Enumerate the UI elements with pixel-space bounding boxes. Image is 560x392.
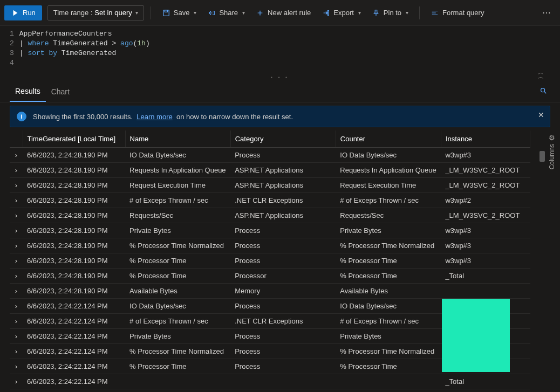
learn-more-link[interactable]: Learn more xyxy=(136,113,172,121)
cell-category: Memory xyxy=(230,284,336,299)
table-row[interactable]: ›6/6/2023, 2:24:28.190 PM% Processor Tim… xyxy=(10,253,530,269)
save-button[interactable]: Save ▾ xyxy=(158,5,201,20)
save-label: Save xyxy=(174,9,190,17)
expand-row-icon[interactable]: › xyxy=(10,208,23,223)
expand-row-icon[interactable]: › xyxy=(10,193,23,208)
col-header-category[interactable]: Category xyxy=(230,130,336,148)
time-range-value: Set in query xyxy=(94,9,132,17)
cell-name: Private Bytes xyxy=(125,223,230,238)
run-button[interactable]: Run xyxy=(4,5,42,20)
share-button[interactable]: Share ▾ xyxy=(203,5,249,20)
info-icon: i xyxy=(17,112,26,121)
cell-instance: _LM_W3SVC_2_ROOT xyxy=(441,163,530,178)
search-icon[interactable] xyxy=(539,87,547,96)
cell-category: ASP.NET Applications xyxy=(230,178,336,193)
editor-code[interactable]: AppPerformanceCounters | where TimeGener… xyxy=(19,29,150,68)
collapse-up-icon[interactable]: ︿︿ xyxy=(538,70,544,79)
cell-time: 6/6/2023, 2:24:28.190 PM xyxy=(23,284,125,299)
cell-instance: _Total xyxy=(441,374,530,389)
table-row[interactable]: ›6/6/2023, 2:24:28.190 PMRequests/SecASP… xyxy=(10,208,530,223)
table-row[interactable]: ›6/6/2023, 2:24:22.124 PM_Total xyxy=(10,374,530,389)
cell-instance xyxy=(441,284,530,299)
masked-region xyxy=(442,299,510,372)
header-row: TimeGenerated [Local Time] Name Category… xyxy=(10,130,530,148)
table-row[interactable]: ›6/6/2023, 2:24:28.190 PM% Processor Tim… xyxy=(10,238,530,253)
toolbar: Run Time range : Set in query ▾ Save ▾ S… xyxy=(0,0,560,26)
expand-row-icon[interactable]: › xyxy=(10,178,23,193)
gear-icon: ⚙ xyxy=(549,134,555,142)
chevron-down-icon: ▾ xyxy=(135,10,138,16)
cell-category: Process xyxy=(230,344,336,359)
close-icon[interactable]: ✕ xyxy=(538,111,544,119)
expand-row-icon[interactable]: › xyxy=(10,299,23,314)
cell-category: Process xyxy=(230,299,336,314)
save-icon xyxy=(162,9,170,17)
svg-marker-0 xyxy=(13,10,18,16)
table-row[interactable]: ›6/6/2023, 2:24:28.190 PM% Processor Tim… xyxy=(10,269,530,284)
more-button[interactable]: ⋯ xyxy=(538,5,556,20)
pin-to-button[interactable]: Pin to ▾ xyxy=(367,5,413,20)
expand-row-icon[interactable]: › xyxy=(10,269,23,284)
cell-counter: IO Data Bytes/sec xyxy=(336,148,441,163)
query-editor[interactable]: 1 2 3 4 AppPerformanceCounters | where T… xyxy=(0,26,560,74)
vertical-scrollbar[interactable] xyxy=(539,150,545,382)
table-row[interactable]: ›6/6/2023, 2:24:28.190 PMIO Data Bytes/s… xyxy=(10,148,530,163)
cell-time: 6/6/2023, 2:24:28.190 PM xyxy=(23,208,125,223)
cell-time: 6/6/2023, 2:24:28.190 PM xyxy=(23,193,125,208)
table-row[interactable]: ›6/6/2023, 2:24:28.190 PMAvailable Bytes… xyxy=(10,284,530,299)
cell-instance: w3wp#3 xyxy=(441,148,530,163)
cell-counter xyxy=(336,374,441,389)
cell-time: 6/6/2023, 2:24:22.124 PM xyxy=(23,344,125,359)
expand-row-icon[interactable]: › xyxy=(10,374,23,389)
line-number: 4 xyxy=(10,58,14,68)
cell-counter: % Processor Time xyxy=(336,269,441,284)
expand-row-icon[interactable]: › xyxy=(10,314,23,329)
cell-category: .NET CLR Exceptions xyxy=(230,193,336,208)
columns-panel-toggle[interactable]: ⚙ Columns xyxy=(546,134,558,169)
cell-counter: % Processor Time xyxy=(336,253,441,269)
expand-row-icon[interactable]: › xyxy=(10,253,23,269)
expand-row-icon[interactable]: › xyxy=(10,238,23,253)
line-number: 3 xyxy=(10,49,14,58)
format-query-button[interactable]: Format query xyxy=(426,5,488,20)
pin-icon xyxy=(372,9,380,17)
table-row[interactable]: ›6/6/2023, 2:24:28.190 PMPrivate BytesPr… xyxy=(10,223,530,238)
cell-name: % Processor Time Normalized xyxy=(125,238,230,253)
expand-row-icon[interactable]: › xyxy=(10,344,23,359)
plus-icon xyxy=(256,9,264,17)
cell-category: ASP.NET Applications xyxy=(230,208,336,223)
splitter[interactable]: ︿︿ xyxy=(0,74,560,81)
col-header-counter[interactable]: Counter xyxy=(336,130,441,148)
results-tabs: Results Chart xyxy=(0,81,560,102)
cell-counter: Private Bytes xyxy=(336,223,441,238)
expand-row-icon[interactable]: › xyxy=(10,223,23,238)
expand-row-icon[interactable]: › xyxy=(10,148,23,163)
cell-counter: Available Bytes xyxy=(336,284,441,299)
export-button[interactable]: Export ▾ xyxy=(317,5,365,20)
cell-time: 6/6/2023, 2:24:22.124 PM xyxy=(23,299,125,314)
cell-instance: _Total xyxy=(441,269,530,284)
expand-row-icon[interactable]: › xyxy=(10,284,23,299)
expand-row-icon[interactable]: › xyxy=(10,359,23,374)
cell-time: 6/6/2023, 2:24:28.190 PM xyxy=(23,223,125,238)
col-header-name[interactable]: Name xyxy=(125,130,230,148)
table-row[interactable]: ›6/6/2023, 2:24:28.190 PMRequests In App… xyxy=(10,163,530,178)
time-range-button[interactable]: Time range : Set in query ▾ xyxy=(47,5,144,20)
cell-time: 6/6/2023, 2:24:22.124 PM xyxy=(23,314,125,329)
cell-category: ASP.NET Applications xyxy=(230,163,336,178)
col-header-instance[interactable]: Instance xyxy=(441,130,530,148)
cell-name: IO Data Bytes/sec xyxy=(125,148,230,163)
expand-row-icon[interactable]: › xyxy=(10,329,23,344)
table-row[interactable]: ›6/6/2023, 2:24:28.190 PMRequest Executi… xyxy=(10,178,530,193)
new-alert-button[interactable]: New alert rule xyxy=(251,5,315,20)
tab-chart[interactable]: Chart xyxy=(46,82,75,101)
expand-row-icon[interactable]: › xyxy=(10,163,23,178)
cell-counter: % Processor Time Normalized xyxy=(336,238,441,253)
table-row[interactable]: ›6/6/2023, 2:24:28.190 PM# of Exceps Thr… xyxy=(10,193,530,208)
cell-name xyxy=(125,374,230,389)
cell-category: Process xyxy=(230,359,336,374)
tab-results[interactable]: Results xyxy=(10,81,46,102)
col-header-time[interactable]: TimeGenerated [Local Time] xyxy=(23,130,125,148)
cell-counter: Private Bytes xyxy=(336,329,441,344)
scrollbar-thumb[interactable] xyxy=(539,151,545,162)
